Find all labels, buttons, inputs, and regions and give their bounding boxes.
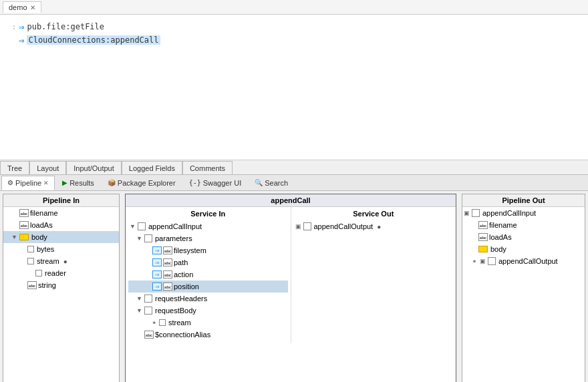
box-icon — [35, 270, 42, 276]
doc-icon — [488, 257, 496, 265]
abc-icon: abc — [163, 270, 172, 278]
doc-icon — [144, 234, 152, 242]
tab-label: demo — [9, 3, 27, 11]
service-columns: Service In ▼ appendCallInput ▼ parameter… — [126, 207, 456, 343]
list-item: ▣ appendCallInput — [462, 207, 585, 219]
tree-label: filename — [30, 209, 58, 217]
tree-label: appendCallOutput — [314, 222, 374, 230]
service-title: appendCall — [126, 194, 456, 207]
panel-pipeline-in: Pipeline In abc filename abc loadAs ▼ bo… — [3, 194, 120, 382]
blue-arr-icon: ⇒ — [152, 282, 162, 291]
swagger-icon: {-} — [189, 179, 201, 186]
tree-label: filesystem — [174, 246, 206, 254]
pipeline-in-title: Pipeline In — [3, 194, 119, 207]
list-item: ▣ appendCallOutput ● — [294, 220, 454, 232]
list-item[interactable]: ⇒ abc position — [128, 280, 288, 293]
abc-icon: abc — [478, 233, 488, 241]
tree-label: action — [174, 270, 193, 278]
tree-label: loadAs — [30, 221, 53, 229]
list-item: ⇒ abc action — [128, 268, 288, 280]
conn-dot-out: ● — [377, 223, 381, 230]
abc-icon: abc — [27, 281, 37, 289]
blue-arr-icon: ⇒ — [152, 270, 162, 278]
tab-input-output[interactable]: Input/Output — [66, 161, 122, 174]
list-item: abc loadAs — [462, 231, 585, 243]
folder-icon — [478, 246, 488, 252]
blue-arr-icon: ⇒ — [152, 246, 162, 254]
tab-logged-fields[interactable]: Logged Fields — [122, 161, 182, 174]
doc-icon — [303, 222, 311, 230]
doc-icon — [138, 222, 146, 230]
pipeline-wrapper: Pipeline In abc filename abc loadAs ▼ bo… — [0, 191, 588, 382]
results-icon: ▶ — [62, 179, 67, 186]
list-item: abc filename — [3, 207, 119, 219]
tab-tree[interactable]: Tree — [0, 161, 29, 174]
tree-label: requestBody — [155, 307, 196, 315]
doc-icon — [144, 307, 152, 315]
vtab-results[interactable]: ▶ Results — [56, 176, 100, 190]
box-icon — [159, 319, 166, 326]
tree-label: parameters — [155, 234, 192, 242]
abc-icon: abc — [144, 331, 154, 339]
list-item: ▼ parameters — [128, 232, 288, 244]
tree-label: stream — [168, 319, 191, 327]
tree-label: filename — [489, 221, 517, 229]
editor-line-1: : ⇒ pub.file:getFile — [8, 20, 580, 33]
tree-label: bytes — [37, 245, 54, 253]
list-item: ▼ appendCallInput — [128, 220, 288, 232]
vtab-swagger-ui[interactable]: {-} Swagger UI — [183, 176, 248, 190]
bottom-tab-area: Tree Layout Input/Output Logged Fields C… — [0, 160, 588, 175]
list-item: body — [462, 243, 585, 255]
list-item: bytes — [3, 243, 119, 255]
tab-close[interactable]: ✕ — [30, 4, 35, 11]
code-line-2: CloudConnections:appendCall — [27, 35, 160, 45]
service-in-panel: Service In ▼ appendCallInput ▼ parameter… — [126, 207, 291, 343]
tree-label: appendCallOutput — [498, 257, 558, 265]
tree-label: $connectionAlias — [155, 331, 210, 339]
list-item[interactable]: ▼ body — [3, 231, 119, 243]
abc-icon: abc — [19, 209, 29, 217]
view-tabs: ⚙ Pipeline ✕ ▶ Results 📦 Package Explore… — [0, 175, 588, 191]
list-item: ▼ requestHeaders — [128, 293, 288, 305]
list-item: abc $connectionAlias — [128, 329, 288, 341]
box-icon — [27, 258, 34, 264]
list-item: abc filename — [462, 219, 585, 231]
tree-label: position — [174, 282, 199, 291]
pipeline-out-title: Pipeline Out — [462, 194, 585, 207]
folder-icon — [19, 234, 29, 240]
tree-label: body — [490, 245, 506, 253]
list-item: reader — [3, 267, 119, 279]
tab-comments[interactable]: Comments — [182, 161, 233, 174]
tab-layout[interactable]: Layout — [29, 161, 66, 174]
vtab-package-explorer[interactable]: 📦 Package Explorer — [102, 176, 182, 190]
pipeline-tab-close[interactable]: ✕ — [43, 180, 49, 186]
tree-label: reader — [45, 269, 66, 277]
list-item: abc string — [3, 279, 119, 291]
service-out-title: Service Out — [294, 210, 454, 218]
code-line-1: pub.file:getFile — [27, 22, 104, 31]
editor-tab-demo[interactable]: demo ✕ — [3, 1, 41, 13]
list-item: stream ● — [3, 255, 119, 267]
list-item: ● ▣ appendCallOutput — [462, 255, 585, 267]
tree-label: loadAs — [489, 233, 512, 241]
panel-pipeline-out: Pipeline Out ▣ appendCallInput abc filen… — [462, 194, 585, 382]
conn-dot-pout: ● — [470, 258, 478, 264]
tree-label: appendCallInput — [148, 222, 202, 230]
tree-label: stream — [37, 257, 59, 265]
editor-area: demo ✕ : ⇒ pub.file:getFile ⇒ CloudConne… — [0, 0, 588, 160]
search-icon: 🔍 — [255, 179, 263, 186]
blue-arr-icon: ⇒ — [152, 258, 162, 266]
list-item: ▼ requestBody — [128, 305, 288, 317]
vtab-search[interactable]: 🔍 Search — [249, 176, 294, 190]
panel-service: appendCall Service In ▼ appendCallInput … — [125, 194, 456, 382]
list-item: ⇒ abc path — [128, 256, 288, 268]
list-item: ⇒ abc filesystem — [128, 244, 288, 256]
tab-bar-top: demo ✕ — [0, 0, 588, 15]
box-icon — [27, 246, 34, 252]
conn-dot-service: ● — [152, 319, 158, 326]
abc-icon: abc — [163, 282, 172, 291]
vtab-pipeline[interactable]: ⚙ Pipeline ✕ — [1, 176, 55, 190]
tree-label: requestHeaders — [155, 295, 207, 303]
doc-icon — [472, 209, 480, 217]
service-in-title: Service In — [128, 210, 288, 218]
